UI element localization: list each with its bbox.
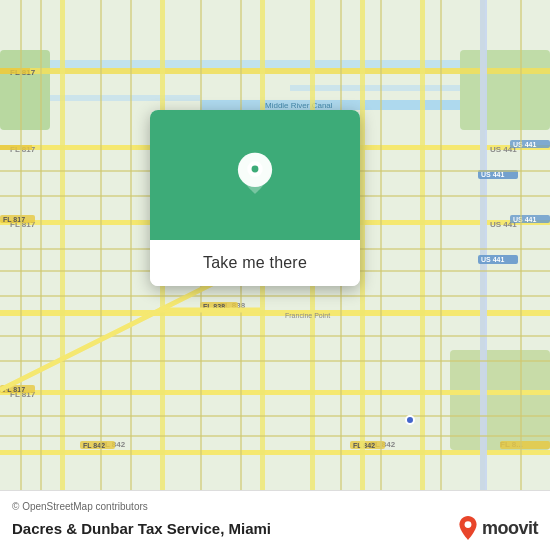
svg-point-79 (465, 521, 472, 528)
svg-rect-63 (0, 435, 550, 437)
svg-rect-66 (100, 0, 102, 490)
svg-point-74 (406, 416, 414, 424)
svg-point-78 (252, 166, 259, 173)
svg-rect-67 (130, 0, 132, 490)
svg-text:US 441: US 441 (481, 171, 504, 178)
svg-rect-59 (0, 295, 550, 297)
svg-rect-7 (460, 50, 550, 130)
svg-text:US 441: US 441 (513, 216, 536, 223)
svg-rect-26 (0, 310, 550, 316)
svg-rect-61 (0, 360, 550, 362)
svg-rect-73 (520, 0, 522, 490)
moovit-text: moovit (482, 518, 538, 539)
moovit-logo: moovit (458, 516, 538, 540)
svg-rect-65 (40, 0, 42, 490)
svg-text:Middle River Canal: Middle River Canal (265, 101, 333, 110)
svg-rect-71 (380, 0, 382, 490)
moovit-pin-icon (458, 516, 478, 540)
place-info-row: Dacres & Dunbar Tax Service, Miami moovi… (12, 516, 538, 540)
osm-attribution: © OpenStreetMap contributors (12, 501, 538, 512)
svg-rect-34 (0, 450, 550, 455)
map-container: Middle River Canal FL 817 FL 817 US 441 … (0, 0, 550, 490)
place-name: Dacres & Dunbar Tax Service, Miami (12, 520, 271, 537)
svg-rect-60 (0, 335, 550, 337)
card-map-area (150, 110, 360, 240)
location-card: Take me there (150, 110, 360, 286)
svg-rect-62 (0, 415, 550, 417)
svg-rect-8 (0, 50, 50, 130)
svg-text:US 441: US 441 (513, 141, 536, 148)
svg-rect-10 (0, 68, 550, 74)
take-me-there-button[interactable]: Take me there (150, 240, 360, 286)
svg-text:Francine Point: Francine Point (285, 312, 330, 319)
svg-text:US 441: US 441 (481, 256, 504, 263)
svg-rect-64 (20, 0, 22, 490)
svg-rect-12 (0, 68, 30, 74)
svg-rect-42 (500, 441, 550, 449)
location-pin-icon (231, 151, 279, 199)
bottom-bar: © OpenStreetMap contributors Dacres & Du… (0, 490, 550, 550)
svg-rect-15 (0, 145, 32, 150)
svg-rect-72 (440, 0, 442, 490)
svg-rect-30 (0, 390, 550, 395)
